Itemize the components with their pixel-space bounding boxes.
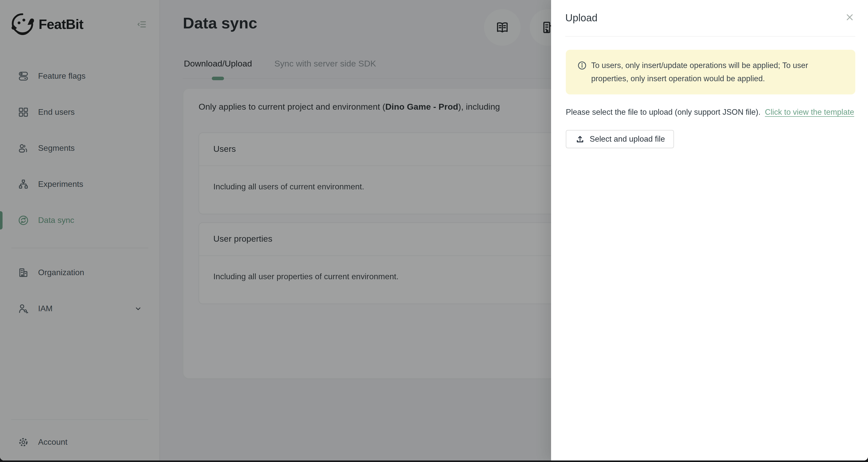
close-icon xyxy=(845,12,855,22)
drawer-body: To users, only insert/update operations … xyxy=(551,37,868,148)
view-template-link[interactable]: Click to view the template xyxy=(765,108,854,116)
app-window: FeatBit Feature flags xyxy=(0,0,868,460)
drawer-header: Upload xyxy=(551,0,868,24)
alert-text: To users, only insert/update operations … xyxy=(591,59,816,85)
close-button[interactable] xyxy=(843,10,857,24)
upload-instructions: Please select the file to upload (only s… xyxy=(566,106,855,119)
screen: FeatBit Feature flags xyxy=(0,0,868,462)
select-upload-file-button[interactable]: Select and upload file xyxy=(566,130,674,148)
upload-button-label: Select and upload file xyxy=(590,135,665,144)
drawer-title: Upload xyxy=(565,12,854,24)
modal-overlay[interactable] xyxy=(0,0,551,460)
info-alert: To users, only insert/update operations … xyxy=(566,50,855,94)
upload-drawer: Upload To use xyxy=(551,0,868,460)
upload-icon xyxy=(575,134,585,144)
info-icon xyxy=(577,60,587,71)
